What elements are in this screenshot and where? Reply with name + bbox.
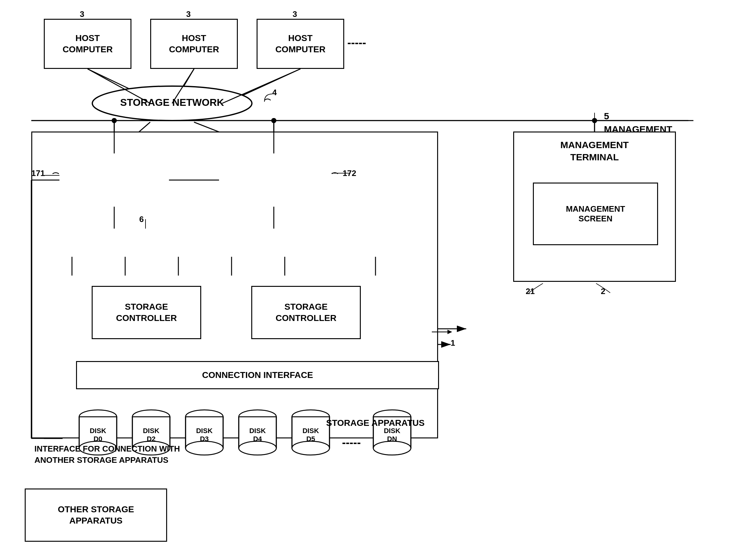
svg-point-47 <box>186 441 223 455</box>
svg-text:D5: D5 <box>306 435 315 443</box>
host-computer-1: HOSTCOMPUTER <box>44 19 131 69</box>
svg-text:D4: D4 <box>253 435 262 443</box>
host-dots: ----- <box>347 36 366 49</box>
host1-number-label: 3 <box>80 9 84 19</box>
conn-iface-label: 6 <box>139 215 144 224</box>
storage-controller-2: STORAGECONTROLLER <box>251 286 361 339</box>
management-terminal: MANAGEMENTTERMINAL MANAGEMENTSCREEN <box>513 132 676 282</box>
svg-marker-74 <box>448 330 452 334</box>
disk-d5: DISK D5 <box>289 408 333 458</box>
disk-dots: ----- <box>342 408 361 468</box>
disk-d4: DISK D4 <box>235 408 279 458</box>
storage-apparatus-num: 1 <box>451 338 455 348</box>
host2-number-label: 3 <box>186 9 191 19</box>
svg-text:D2: D2 <box>147 435 156 443</box>
connection-interface: CONNECTION INTERFACE <box>76 361 439 389</box>
storage-network-num: 4 <box>272 88 277 97</box>
svg-point-68 <box>373 441 411 455</box>
management-screen-box: MANAGEMENTSCREEN <box>533 182 658 245</box>
svg-point-61 <box>292 441 329 455</box>
svg-point-8 <box>592 118 597 123</box>
svg-point-81 <box>271 118 276 123</box>
storage-controller-1: STORAGECONTROLLER <box>92 286 201 339</box>
mgmt-terminal-num: 2 <box>601 287 605 296</box>
svg-text:DISK: DISK <box>90 427 106 434</box>
host-computer-3: HOSTCOMPUTER <box>257 19 344 69</box>
svg-text:DN: DN <box>387 435 397 443</box>
svg-point-7 <box>271 118 276 123</box>
svg-text:D3: D3 <box>200 435 209 443</box>
svg-point-82 <box>592 118 597 123</box>
svg-text:D0: D0 <box>94 435 102 443</box>
disk-dn: DISK DN <box>370 408 414 458</box>
storage-apparatus-label: STORAGE APPARATUS <box>326 418 424 428</box>
storage-network-ellipse: STORAGE NETWORK <box>91 85 254 122</box>
disk-d3: DISK D3 <box>182 408 226 458</box>
svg-text:DISK: DISK <box>143 427 160 434</box>
mgmt-screen-num: 21 <box>526 287 535 296</box>
host-computer-2: HOSTCOMPUTER <box>150 19 238 69</box>
sc1-num-label: 171 <box>31 168 45 178</box>
interface-connection-label: INTERFACE FOR CONNECTION WITHANOTHER STO… <box>34 443 180 466</box>
svg-text:STORAGE NETWORK: STORAGE NETWORK <box>120 97 224 108</box>
host3-number-label: 3 <box>293 9 297 19</box>
svg-text:DISK: DISK <box>196 427 213 434</box>
svg-text:DISK: DISK <box>303 427 319 434</box>
storage-apparatus-box: STORAGECONTROLLER STORAGECONTROLLER CONN… <box>31 132 438 439</box>
other-storage-apparatus: OTHER STORAGEAPPARATUS <box>25 488 167 542</box>
svg-text:DISK: DISK <box>250 427 266 434</box>
sc2-num: 172 <box>343 168 356 178</box>
management-terminal-title: MANAGEMENTTERMINAL <box>514 133 675 169</box>
svg-point-54 <box>239 441 276 455</box>
